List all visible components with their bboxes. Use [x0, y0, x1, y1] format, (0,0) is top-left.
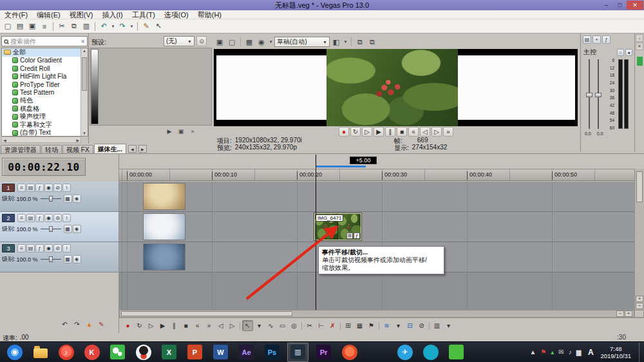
split-event-icon[interactable]: ✂: [304, 320, 315, 331]
generator-list-hscrollbar[interactable]: ◀ ▶: [1, 137, 81, 143]
normal-edit-tool-icon[interactable]: ↖: [242, 320, 253, 331]
generator-list-item[interactable]: ProType Titler: [2, 81, 88, 89]
track-header-1[interactable]: 1 ≡▤ƒ◉⊘! 级别: 100.0 % ▦◈: [0, 182, 118, 212]
redo-small-icon[interactable]: ↷: [71, 319, 82, 330]
master-fader-right[interactable]: [595, 59, 601, 129]
previous-frame-icon[interactable]: ◁: [215, 320, 226, 331]
menu-item[interactable]: 编辑(E): [32, 10, 65, 19]
previous-frame-icon[interactable]: ◁: [420, 127, 430, 137]
whats-this-help-icon[interactable]: ↖: [153, 21, 164, 32]
selected-video-event[interactable]: IMG_6471 ⊞ƒ: [314, 213, 361, 240]
go-to-start-icon[interactable]: «: [408, 127, 419, 137]
preset-dropdown[interactable]: (无) ▼: [164, 36, 194, 46]
open-project-icon[interactable]: ▤: [14, 21, 26, 32]
auto-ripple-icon[interactable]: ≋: [381, 320, 392, 331]
paste-icon[interactable]: ▥: [80, 21, 92, 32]
menu-item[interactable]: 帮助(H): [193, 10, 226, 19]
interactive-tutorials-icon[interactable]: ✎: [140, 21, 152, 32]
compositing-mode-icon[interactable]: ▦: [64, 255, 72, 263]
tray-flag-icon[interactable]: ⚑: [540, 349, 546, 356]
trim-event-icon[interactable]: ⊢: [316, 320, 327, 331]
loop-playback-icon[interactable]: ↻: [350, 127, 361, 137]
scrollbar-thumb[interactable]: [121, 311, 292, 316]
track-fx-icon[interactable]: ƒ: [35, 244, 44, 252]
master-fader-left[interactable]: [586, 59, 592, 129]
master-mute-icon[interactable]: ○: [617, 49, 624, 56]
track-number-chip[interactable]: 3: [2, 244, 15, 252]
mute-icon[interactable]: ⊘: [53, 184, 62, 192]
go-to-end-icon[interactable]: »: [443, 127, 453, 137]
play-icon[interactable]: ▶: [157, 320, 168, 331]
record-icon[interactable]: ●: [339, 127, 349, 137]
scrollbar-thumb[interactable]: [636, 171, 643, 202]
go-to-start-icon[interactable]: «: [192, 320, 203, 331]
zoom-out-icon[interactable]: −: [616, 310, 624, 317]
dock-tab[interactable]: 媒体生...: [94, 144, 126, 154]
pause-icon[interactable]: ∥: [385, 127, 395, 137]
solo-icon[interactable]: !: [62, 244, 71, 252]
tray-chevron-icon[interactable]: ▲: [529, 349, 536, 356]
play-from-start-icon[interactable]: ▷: [362, 127, 372, 137]
dock-tab[interactable]: 资源管理器: [1, 145, 41, 154]
warning-icon[interactable]: ▲: [84, 319, 95, 330]
redo-caret-icon[interactable]: ▾: [129, 21, 135, 32]
bypass-fx-icon[interactable]: ▤: [26, 214, 35, 222]
bypass-fx-icon[interactable]: ▤: [26, 244, 35, 252]
generator-list-item[interactable]: 全部: [2, 48, 88, 57]
generator-list-item[interactable]: Test Pattern: [2, 89, 88, 97]
project-video-properties-icon[interactable]: ▣: [214, 36, 225, 48]
undo-caret-icon[interactable]: ▾: [110, 21, 116, 32]
track-number-chip[interactable]: 1: [2, 184, 15, 192]
automation-settings-icon[interactable]: ◉: [44, 214, 53, 222]
tab-scroll-left-icon[interactable]: ◀: [128, 145, 137, 153]
timeline-hscrollbar[interactable]: − +: [119, 310, 634, 318]
auto-hide-panel-icon[interactable]: ▫: [636, 34, 643, 42]
paper-plane-app-icon[interactable]: ✈: [394, 343, 415, 362]
excel-icon[interactable]: X: [158, 343, 180, 362]
zoom-out-vertical-icon[interactable]: −: [636, 303, 643, 309]
file-explorer-icon[interactable]: [30, 343, 51, 362]
insert-fx-icon[interactable]: ƒ: [602, 35, 611, 44]
track-motion-icon[interactable]: ≡: [17, 214, 26, 222]
qq-icon[interactable]: [133, 343, 154, 362]
lock-envelopes-icon[interactable]: ⊟: [404, 320, 415, 331]
show-desktop-button[interactable]: [639, 343, 643, 362]
input-method-indicator[interactable]: A: [586, 348, 595, 357]
save-project-icon[interactable]: ▣: [26, 21, 38, 32]
timeline-vscrollbar[interactable]: + −: [634, 169, 644, 310]
video-event-thumbnail[interactable]: [143, 243, 185, 271]
automation-settings-icon[interactable]: ◉: [44, 184, 53, 192]
menu-item[interactable]: 插入(I): [97, 10, 127, 19]
redo-icon[interactable]: ↷: [117, 21, 128, 32]
split-screen-caret-icon[interactable]: ▾: [343, 36, 348, 48]
play-from-start-icon[interactable]: ▷: [146, 320, 156, 331]
wechat-icon[interactable]: [107, 343, 128, 362]
next-frame-icon[interactable]: ▷: [431, 127, 442, 137]
teal-app-icon[interactable]: [420, 343, 441, 362]
compositing-mode-icon[interactable]: ▦: [64, 225, 72, 233]
tray-mail-icon[interactable]: ✉: [558, 349, 564, 356]
go-to-end-icon[interactable]: »: [204, 320, 214, 331]
slider-thumb[interactable]: [49, 226, 53, 232]
pan-crop-icon[interactable]: ⊞: [346, 233, 353, 239]
timecode-display[interactable]: 00:00:22.10: [2, 158, 86, 176]
snap-to-markers-icon[interactable]: ⚑: [366, 320, 377, 331]
tools-caret-icon[interactable]: ▾: [443, 320, 454, 331]
edit-tool-caret-icon[interactable]: ▾: [254, 320, 265, 331]
scroll-left-icon[interactable]: ◀: [3, 138, 6, 142]
track-motion-icon[interactable]: ≡: [17, 244, 26, 252]
bypass-fx-icon[interactable]: ▤: [26, 184, 35, 192]
track-row-2[interactable]: IMG_6471 ⊞ƒ: [119, 212, 634, 242]
menu-item[interactable]: 视图(V): [65, 10, 98, 19]
track-row-1[interactable]: [119, 182, 634, 212]
tray-chart-icon[interactable]: ▴: [551, 349, 554, 356]
menu-item[interactable]: 文件(F): [0, 10, 32, 19]
music-app-icon[interactable]: ♪: [55, 343, 77, 362]
close-panel-icon[interactable]: ✕: [636, 43, 643, 50]
track-level-slider[interactable]: [41, 226, 61, 232]
after-effects-icon[interactable]: Ae: [236, 343, 257, 362]
event-tools-icon[interactable]: ▥: [431, 320, 442, 331]
zoom-in-vertical-icon[interactable]: +: [636, 296, 643, 302]
playhead-cursor[interactable]: [316, 155, 316, 310]
video-event-thumbnail[interactable]: [143, 183, 185, 210]
